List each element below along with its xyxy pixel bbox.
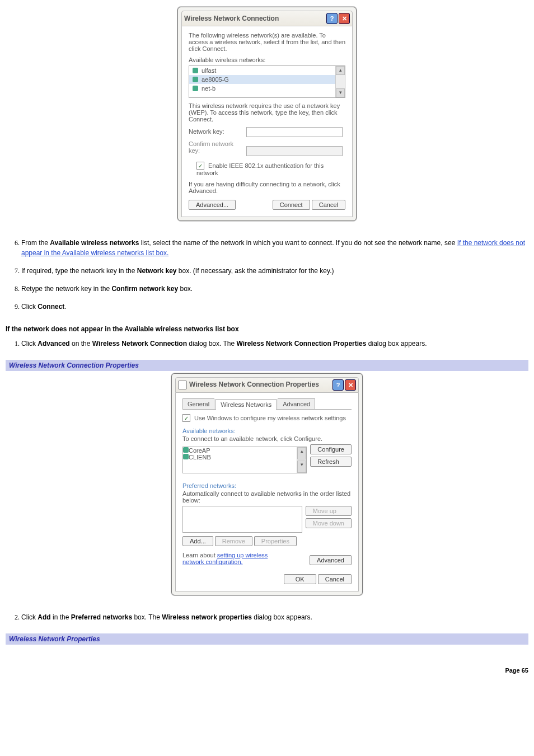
add-button[interactable]: Add... — [182, 536, 213, 546]
window-icon — [178, 381, 187, 389]
preferred-networks-text: Automatically connect to available netwo… — [182, 490, 352, 504]
advanced-button[interactable]: Advanced... — [189, 200, 236, 210]
figure-caption: Wireless Network Properties — [6, 633, 528, 645]
confirm-network-key-input[interactable] — [246, 146, 343, 156]
tab-wireless-networks[interactable]: Wireless Networks — [216, 399, 277, 410]
difficulty-text: If you are having difficulty connecting … — [189, 181, 345, 194]
step-7: If required, type the network key in the… — [21, 266, 528, 276]
ieee-label: Enable IEEE 802.1x authentication for th… — [196, 162, 324, 177]
steps-list-a: From the Available wireless networks lis… — [21, 238, 528, 312]
ieee-checkbox[interactable]: ✓ — [196, 162, 204, 170]
available-networks-text: To connect to an available network, clic… — [182, 435, 352, 442]
step-c2: Click Add in the Preferred networks box.… — [21, 612, 528, 622]
step-6: From the Available wireless networks lis… — [21, 238, 528, 258]
learn-about-text: Learn about — [182, 552, 217, 558]
use-windows-label: Use Windows to configure my wireless net… — [194, 415, 346, 421]
network-key-input[interactable] — [246, 127, 343, 137]
wireless-connection-dialog: Wireless Network Connection ? ✕ The foll… — [177, 7, 357, 221]
network-key-label: Network key: — [189, 128, 245, 135]
tabs: General Wireless Networks Advanced — [182, 398, 352, 410]
tab-advanced[interactable]: Advanced — [278, 398, 315, 409]
move-down-button[interactable]: Move down — [306, 518, 352, 528]
properties-button[interactable]: Properties — [254, 536, 297, 546]
scroll-down-icon[interactable]: ▾ — [297, 461, 306, 473]
preferred-networks-listbox[interactable] — [182, 506, 302, 533]
network-item[interactable]: CLIENB — [189, 454, 211, 461]
steps-list-c: Click Add in the Preferred networks box.… — [21, 612, 528, 622]
refresh-button[interactable]: Refresh — [310, 457, 352, 467]
close-icon[interactable]: ✕ — [339, 13, 350, 24]
network-item[interactable]: ulfast — [202, 67, 216, 74]
move-up-button[interactable]: Move up — [306, 506, 352, 516]
close-icon[interactable]: ✕ — [345, 379, 356, 391]
dialog-title: Wireless Network Connection — [184, 15, 279, 22]
help-icon[interactable]: ? — [332, 379, 344, 391]
section-heading: If the network does not appear in the Av… — [6, 325, 528, 333]
step-9: Click Connect. — [21, 302, 528, 312]
scroll-up-icon[interactable]: ▴ — [336, 66, 345, 75]
dialog-titlebar: Wireless Network Connection Properties ?… — [175, 377, 359, 393]
steps-list-b: Click Advanced on the Wireless Network C… — [21, 339, 528, 349]
signal-icon — [193, 68, 198, 73]
step-b1: Click Advanced on the Wireless Network C… — [21, 339, 528, 349]
dialog-title: Wireless Network Connection Properties — [189, 381, 319, 388]
intro-text: The following wireless network(s) are av… — [189, 32, 345, 52]
dialog-titlebar: Wireless Network Connection ? ✕ — [181, 11, 353, 26]
signal-icon — [193, 77, 198, 82]
scroll-up-icon[interactable]: ▴ — [297, 447, 306, 459]
confirm-network-key-label: Confirm network key: — [189, 140, 245, 154]
connect-button[interactable]: Connect — [273, 200, 310, 210]
scroll-down-icon[interactable]: ▾ — [336, 88, 345, 97]
tab-general[interactable]: General — [182, 398, 214, 409]
remove-button[interactable]: Remove — [215, 536, 252, 546]
network-item[interactable]: net-b — [202, 85, 216, 92]
scrollbar[interactable]: ▴ ▾ — [335, 66, 345, 97]
scrollbar[interactable]: ▴ ▾ — [297, 447, 306, 473]
advanced-button[interactable]: Advanced — [310, 555, 352, 565]
available-networks-label: Available wireless networks: — [189, 57, 345, 63]
preferred-networks-label: Preferred networks: — [182, 482, 352, 489]
use-windows-checkbox[interactable]: ✓ — [182, 414, 190, 422]
help-icon[interactable]: ? — [326, 13, 338, 24]
cancel-button[interactable]: Cancel — [318, 574, 352, 584]
page-number: Page 65 — [6, 667, 528, 674]
wireless-properties-dialog: Wireless Network Connection Properties ?… — [171, 373, 363, 595]
network-item[interactable]: ae8005-G — [202, 76, 229, 83]
available-networks-label: Available networks: — [182, 428, 352, 434]
figure-caption: Wireless Network Connection Properties — [6, 360, 528, 371]
cancel-button[interactable]: Cancel — [312, 200, 345, 210]
available-networks-listbox[interactable]: CoreAP CLIENB ▴ ▾ — [182, 447, 307, 473]
available-networks-listbox[interactable]: ulfast ae8005-G net-b ▴ ▾ — [189, 65, 345, 98]
step-8: Retype the network key in the Confirm ne… — [21, 284, 528, 294]
configure-button[interactable]: Configure — [310, 444, 352, 454]
signal-icon — [183, 454, 189, 459]
wep-text: This wireless network requires the use o… — [189, 102, 345, 123]
ok-button[interactable]: OK — [284, 574, 316, 584]
network-item[interactable]: CoreAP — [189, 447, 210, 454]
signal-icon — [183, 447, 189, 453]
signal-icon — [193, 86, 198, 91]
